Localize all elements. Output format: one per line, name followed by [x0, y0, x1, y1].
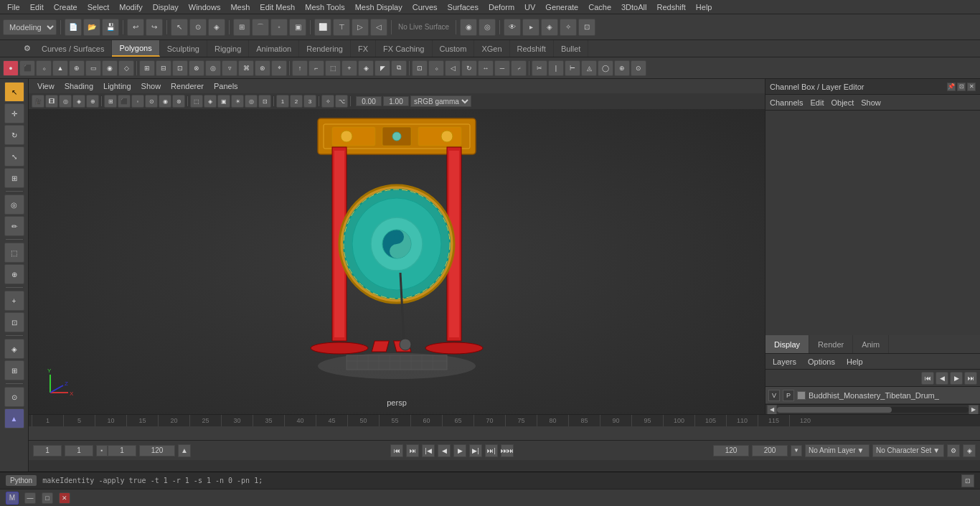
panel-pin-btn[interactable]: 📌	[947, 83, 956, 91]
vp-attr1[interactable]: ⊙	[145, 95, 158, 108]
smooth-btn[interactable]: ◎	[205, 60, 221, 76]
start-frame-input[interactable]	[65, 445, 93, 456]
tab-rigging[interactable]: Rigging	[207, 40, 249, 57]
bridge-btn[interactable]: ⌐	[308, 60, 324, 76]
remesh-btn[interactable]: ⌘	[238, 60, 254, 76]
multi-cut-btn[interactable]: ✂	[532, 60, 547, 76]
cone-btn[interactable]: ▲	[52, 60, 68, 76]
select-tool-btn[interactable]: ↖	[171, 19, 188, 36]
layers-menu-btn[interactable]: Layers	[770, 357, 799, 366]
vp-light-btn[interactable]: ☀	[231, 95, 244, 108]
viewport[interactable]: View Shading Lighting Show Renderer Pane…	[29, 79, 765, 414]
scroll-right-btn[interactable]: ▶	[969, 405, 979, 415]
lasso-btn[interactable]: ⊙	[189, 19, 207, 36]
step-fwd-btn[interactable]: ▶|	[469, 444, 482, 457]
vp-res2[interactable]: 2	[290, 95, 303, 108]
vp-cam4[interactable]: ◈	[72, 95, 85, 108]
menu-file[interactable]: File	[3, 1, 24, 13]
layer-arrow-left[interactable]: ◀	[936, 372, 948, 385]
vp-attr3[interactable]: ⊛	[172, 95, 185, 108]
layer-arrow-right-right[interactable]: ⏭	[964, 372, 977, 385]
edge-ring-btn[interactable]: ⬦	[428, 60, 444, 76]
vp-xray[interactable]: ✧	[321, 95, 334, 108]
scale-tool[interactable]: ⤡	[4, 146, 24, 167]
tab-redshift[interactable]: Redshift	[510, 40, 554, 57]
sculpt-btn[interactable]: ⊙	[4, 387, 24, 407]
menu-modify[interactable]: Modify	[115, 1, 146, 13]
layer-scrollbar[interactable]: ◀ ▶	[765, 404, 980, 414]
anim-extra-btn[interactable]: ◈	[963, 444, 976, 457]
layout-btn[interactable]: ⊡	[578, 19, 595, 36]
object-ch-btn[interactable]: Object	[831, 98, 854, 107]
step-back-btn[interactable]: |◀	[422, 444, 435, 457]
tab-xgen[interactable]: XGen	[474, 40, 509, 57]
rotate-tool[interactable]: ↻	[4, 125, 24, 145]
layer-arrow-right[interactable]: ▶	[950, 372, 963, 385]
wedge-btn[interactable]: ◤	[374, 60, 390, 76]
extrude-btn[interactable]: ↑	[292, 60, 308, 76]
target-weld-btn[interactable]: ⊕	[614, 60, 630, 76]
snap-grid-btn[interactable]: ⊞	[233, 19, 250, 36]
quick-select-set[interactable]: +	[4, 291, 24, 311]
vp-wireframe-btn[interactable]: ⬚	[190, 95, 203, 108]
vp-panels-menu[interactable]: Panels	[209, 81, 242, 91]
vp-cam3[interactable]: ◎	[59, 95, 72, 108]
playback-end-input[interactable]	[752, 445, 788, 456]
vp-attr2[interactable]: ◉	[159, 95, 171, 108]
scroll-left-btn[interactable]: ◀	[767, 405, 777, 415]
prev-key-btn[interactable]: ⏭	[406, 444, 419, 457]
menu-mesh[interactable]: Mesh	[226, 1, 254, 13]
append-polygon-btn[interactable]: +	[341, 60, 357, 76]
go-end-btn[interactable]: ⏭⏭	[501, 444, 514, 457]
new-file-btn[interactable]: 📄	[65, 19, 82, 36]
gamma-input1[interactable]	[356, 96, 382, 106]
mirror-btn[interactable]: ⌖	[271, 60, 287, 76]
render-btn[interactable]: ◉	[460, 19, 477, 36]
torus-btn[interactable]: ⊕	[69, 60, 85, 76]
vp-lighting-menu[interactable]: Lighting	[99, 81, 136, 91]
menu-deform[interactable]: Deform	[484, 1, 519, 13]
scrollbar-track[interactable]	[777, 407, 969, 413]
collapse-btn[interactable]: ◁	[445, 60, 461, 76]
anim-tab[interactable]: Anim	[853, 335, 889, 353]
disc-btn[interactable]: ◉	[102, 60, 118, 76]
vp-renderer-menu[interactable]: Renderer	[166, 81, 208, 91]
render-tab[interactable]: Render	[809, 335, 853, 353]
tab-custom[interactable]: Custom	[433, 40, 475, 57]
play-back-btn[interactable]: ◀	[438, 444, 451, 457]
front-btn[interactable]: ▷	[352, 19, 369, 36]
extract-btn[interactable]: ⊡	[172, 60, 188, 76]
vp-film-icon[interactable]: 🎞	[45, 95, 58, 108]
flip-btn[interactable]: ↔	[478, 60, 494, 76]
menu-cache[interactable]: Cache	[584, 1, 616, 13]
play-fwd-btn[interactable]: ▶	[453, 444, 466, 457]
show-btn[interactable]: ▸	[522, 19, 540, 36]
layer-color[interactable]	[797, 391, 806, 400]
anim-prefs-btn[interactable]: ⚙	[947, 444, 960, 457]
undo-btn[interactable]: ↩	[127, 19, 144, 36]
frame-slider-box[interactable]: ▪	[96, 445, 108, 456]
vp-xray2[interactable]: ⌥	[335, 95, 348, 108]
menu-redshift[interactable]: Redshift	[652, 1, 689, 13]
scene-area[interactable]: persp X Y Z	[29, 109, 765, 414]
layer-visibility-btn[interactable]: V	[768, 390, 780, 401]
separate-btn[interactable]: ⊟	[156, 60, 171, 76]
camera-tool-btn[interactable]: ◈	[4, 339, 24, 359]
detach-btn[interactable]: ⌿	[511, 60, 527, 76]
vp-grid-icon[interactable]: ⊞	[104, 95, 117, 108]
poke-btn[interactable]: ◈	[358, 60, 374, 76]
merge-btn[interactable]: ⊙	[631, 60, 646, 76]
cylinder-btn[interactable]: ⬦	[36, 60, 52, 76]
vp-res3[interactable]: 3	[303, 95, 316, 108]
plane-btn[interactable]: ▭	[85, 60, 101, 76]
go-start-btn[interactable]: ⏮	[390, 444, 403, 457]
layer-playback-btn[interactable]: P	[783, 390, 794, 401]
select-tool[interactable]: ↖	[4, 82, 24, 102]
universal-manipulator[interactable]: ⊞	[4, 168, 24, 188]
redo-btn[interactable]: ↪	[146, 19, 163, 36]
options-menu-btn[interactable]: Options	[805, 357, 838, 366]
scrollbar-thumb[interactable]	[777, 407, 892, 413]
container-node-btn[interactable]: ⊡	[4, 312, 24, 332]
soft-select-btn[interactable]: ◎	[4, 195, 24, 215]
workspace-selector[interactable]: Modeling	[3, 19, 57, 35]
